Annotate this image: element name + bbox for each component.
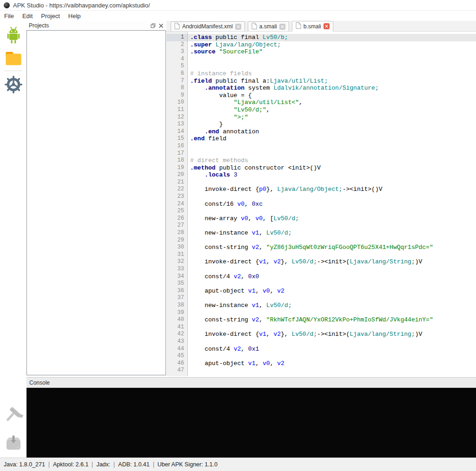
code-line[interactable]: 9 value = { <box>166 92 476 99</box>
code-text <box>187 309 190 317</box>
tab-AndroidManifest.xml[interactable]: AndroidManifest.xml <box>171 21 245 31</box>
toolbar-settings-button[interactable] <box>0 74 26 95</box>
code-editor[interactable]: 1.class public final Lv50/b;2.super Ljav… <box>166 32 476 376</box>
code-text: invoke-direct {v1, v2}, Lv50/d;-><init>(… <box>187 331 422 338</box>
code-text: } <box>187 121 223 128</box>
code-text <box>187 251 190 259</box>
menu-edit[interactable]: Edit <box>18 11 37 21</box>
tab-close-button[interactable] <box>324 23 330 29</box>
code-line[interactable]: 38 new-instance v1, Lv50/d; <box>166 302 476 309</box>
code-line[interactable]: 29 <box>166 237 476 244</box>
settings-gear-icon <box>4 75 23 94</box>
dock-close-button[interactable] <box>157 22 165 29</box>
code-line[interactable]: 40 const-string v2, "RkhWTcfJAQN/YxOR12V… <box>166 316 476 324</box>
title-bar: APK Studio - https://vaibhavpandey.com/a… <box>0 0 476 11</box>
code-line[interactable]: 44 const/4 v2, 0x1 <box>166 346 476 353</box>
code-line[interactable]: 12 ">;" <box>166 114 476 121</box>
code-line[interactable]: 31 <box>166 251 476 259</box>
line-number: 26 <box>166 215 187 222</box>
projects-tree[interactable] <box>26 30 166 375</box>
code-line[interactable]: 3.source "SourceFile" <box>166 48 476 56</box>
line-number: 7 <box>166 78 187 85</box>
status-separator <box>92 462 93 468</box>
code-line[interactable]: 11 "Lv50/d;", <box>166 106 476 114</box>
code-line[interactable]: 8 .annotation system Ldalvik/annotation/… <box>166 85 476 92</box>
code-line[interactable]: 26 new-array v0, v0, [Lv50/d; <box>166 215 476 222</box>
code-line[interactable]: 23 <box>166 193 476 201</box>
line-number: 37 <box>166 294 187 302</box>
status-item: Java: 1.8.0_271 <box>4 461 45 468</box>
line-number: 30 <box>166 244 187 251</box>
code-line[interactable]: 28 new-instance v1, Lv50/d; <box>166 229 476 237</box>
code-line[interactable]: 14 .end annotation <box>166 128 476 136</box>
code-text <box>187 56 190 63</box>
code-line[interactable]: 27 <box>166 222 476 229</box>
code-line[interactable]: 16 <box>166 143 476 150</box>
code-line[interactable]: 15.end field <box>166 135 476 143</box>
code-text <box>187 338 190 346</box>
code-line[interactable]: 41 <box>166 324 476 331</box>
code-line[interactable]: 43 <box>166 338 476 346</box>
code-text: .annotation system Ldalvik/annotation/Si… <box>187 85 379 92</box>
code-text: invoke-direct {v1, v2}, Lv50/d;-><init>(… <box>187 258 422 266</box>
document-icon <box>174 23 180 29</box>
code-line[interactable]: 20 .locals 3 <box>166 171 476 179</box>
code-line[interactable]: 5 <box>166 63 476 70</box>
code-line[interactable]: 7.field public final a:Ljava/util/List; <box>166 78 476 85</box>
menu-project[interactable]: Project <box>37 11 64 21</box>
code-text <box>187 222 190 229</box>
code-text: const-string v2, "RkhWTcfJAQN/YxOR12VkPo… <box>187 316 433 324</box>
android-robot-icon <box>5 26 22 44</box>
line-number: 35 <box>166 280 187 288</box>
tab-a.smali[interactable]: a.smali <box>248 21 289 31</box>
code-line[interactable]: 25 <box>166 208 476 215</box>
dock-float-button[interactable] <box>149 22 157 29</box>
line-number: 31 <box>166 251 187 259</box>
code-line[interactable]: 32 invoke-direct {v1, v2}, Lv50/d;-><ini… <box>166 258 476 266</box>
code-line[interactable]: 47 <box>166 367 476 374</box>
code-line[interactable]: 4 <box>166 56 476 63</box>
status-separator <box>114 462 114 468</box>
code-line[interactable]: 39 <box>166 309 476 317</box>
toolbar-install-apk-button[interactable] <box>0 432 26 453</box>
code-line[interactable]: 10 "Ljava/util/List<", <box>166 99 476 106</box>
toolbar-build-apk-button[interactable] <box>0 405 26 426</box>
toolbar-open-folder-button[interactable] <box>0 48 26 69</box>
code-line[interactable]: 13 } <box>166 121 476 128</box>
console-panel: Console <box>26 376 476 458</box>
code-line[interactable]: 34 const/4 v2, 0x0 <box>166 273 476 281</box>
tab-close-button[interactable] <box>235 24 241 30</box>
line-number: 5 <box>166 63 187 70</box>
menu-file[interactable]: File <box>0 11 18 21</box>
code-line[interactable]: 22 invoke-direct {p0}, Ljava/lang/Object… <box>166 186 476 193</box>
tab-b.smali[interactable]: b.smali <box>292 21 333 32</box>
code-line[interactable]: 35 <box>166 280 476 288</box>
code-line[interactable]: 1.class public final Lv50/b; <box>166 34 476 41</box>
code-line[interactable]: 18# direct methods <box>166 157 476 164</box>
line-number: 17 <box>166 150 187 157</box>
code-line[interactable]: 33 <box>166 266 476 273</box>
code-text <box>187 367 190 374</box>
document-icon <box>174 23 180 31</box>
code-line[interactable]: 42 invoke-direct {v1, v2}, Lv50/d;-><ini… <box>166 331 476 338</box>
code-line[interactable]: 46 aput-object v1, v0, v2 <box>166 360 476 367</box>
line-number: 25 <box>166 208 187 215</box>
code-line[interactable]: 45 <box>166 353 476 360</box>
code-line[interactable]: 19.method public constructor <init>()V <box>166 164 476 172</box>
code-line[interactable]: 6# instance fields <box>166 70 476 78</box>
code-line[interactable]: 21 <box>166 179 476 186</box>
code-line[interactable]: 36 aput-object v1, v0, v2 <box>166 288 476 295</box>
status-item: ADB: 1.0.41 <box>118 461 149 468</box>
code-line[interactable]: 30 const-string v2, "yZ86j3uH5qWt0zWriqF… <box>166 244 476 251</box>
status-separator <box>49 462 49 468</box>
line-number: 20 <box>166 171 187 179</box>
toolbar-android-project-button[interactable] <box>0 25 26 46</box>
code-line[interactable]: 2.super Ljava/lang/Object; <box>166 41 476 49</box>
console-output[interactable] <box>26 388 476 458</box>
code-line[interactable]: 37 <box>166 294 476 302</box>
code-line[interactable]: 24 const/16 v0, 0xc <box>166 201 476 208</box>
code-text <box>187 150 190 157</box>
menu-help[interactable]: Help <box>64 11 85 21</box>
code-line[interactable]: 17 <box>166 150 476 157</box>
tab-close-button[interactable] <box>279 24 285 30</box>
